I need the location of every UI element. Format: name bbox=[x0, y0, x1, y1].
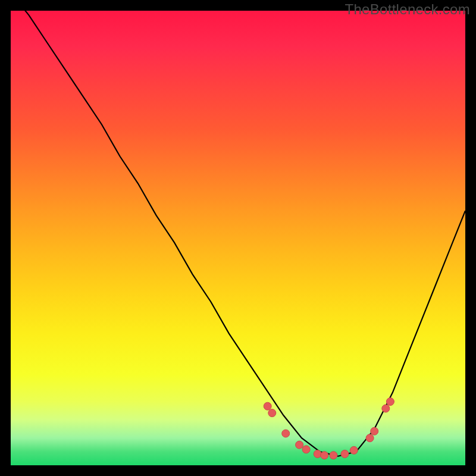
bottleneck-curve bbox=[11, 11, 465, 456]
marker-point bbox=[366, 434, 374, 442]
chart-plot-area bbox=[11, 11, 465, 465]
marker-point bbox=[386, 398, 394, 406]
marker-point bbox=[382, 405, 390, 412]
marker-point bbox=[341, 450, 349, 458]
chart-svg bbox=[11, 11, 465, 465]
marker-point bbox=[314, 450, 321, 458]
highlighted-points bbox=[264, 398, 394, 459]
marker-point bbox=[302, 446, 310, 453]
chart-frame: TheBottleneck.com bbox=[0, 0, 476, 476]
marker-point bbox=[321, 452, 328, 459]
marker-point bbox=[296, 441, 303, 449]
marker-point bbox=[282, 430, 290, 437]
watermark-text: TheBottleneck.com bbox=[345, 1, 470, 18]
marker-point bbox=[268, 409, 276, 417]
marker-point bbox=[371, 427, 378, 435]
marker-point bbox=[264, 402, 271, 410]
marker-point bbox=[350, 446, 358, 454]
marker-point bbox=[330, 452, 337, 459]
